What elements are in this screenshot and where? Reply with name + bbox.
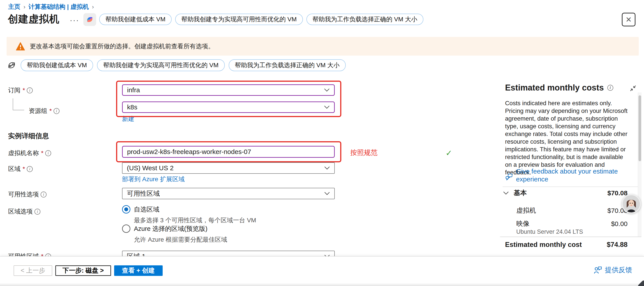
resource-group-value: k8s (127, 103, 138, 111)
suggest-low-cost-vm-button[interactable]: 帮助我创建低成本 VM (21, 59, 93, 71)
suggest-high-availability-vm-button[interactable]: 帮助我创建专为实现高可用性而优化的 VM (97, 59, 225, 71)
cost-panel-title: Estimated monthly costs i (505, 83, 613, 93)
breadcrumb-separator: › (92, 4, 94, 10)
footer-bar: < 上一步 下一步: 磁盘 > 查看 + 创建 提供反馈 (0, 256, 644, 286)
warning-banner: 更改基本选项可能会重置所做的选择。创建虚拟机前查看所有选项。 (6, 37, 639, 56)
radio-azure-unselected[interactable] (122, 224, 130, 233)
breadcrumb: 主页 › 计算基础结构 | 虚拟机 › (8, 3, 94, 11)
subscription-label: 订阅* i (8, 86, 33, 94)
review-create-button[interactable]: 查看 + 创建 (114, 265, 163, 276)
info-icon[interactable]: i (54, 108, 60, 114)
copilot-outline-icon (6, 60, 17, 70)
suggest-right-size-vm-button[interactable]: 帮助我为工作负载选择正确的 VM 大小 (229, 59, 346, 71)
radio-self-desc: 最多选择 3 个可用性区域，每个区域一台 VM (134, 216, 256, 224)
resource-group-dropdown[interactable]: k8s (122, 102, 335, 113)
vm-name-label: 虚拟机名称* i (8, 149, 51, 157)
copilot-button[interactable] (84, 13, 96, 26)
close-button[interactable]: ✕ (622, 13, 636, 26)
next-step-disks-button[interactable]: 下一步: 磁盘 > (55, 265, 111, 276)
subscription-dropdown[interactable]: infra (122, 84, 335, 96)
deploy-extended-zones-link[interactable]: 部署到 Azure 扩展区域 (122, 175, 184, 183)
radio-self-label: 自选区域 (134, 205, 256, 214)
breadcrumb-section-link[interactable]: 计算基础结构 | 虚拟机 (28, 3, 89, 11)
more-actions-ellipsis[interactable]: ··· (70, 16, 79, 24)
region-value: (US) West US 2 (127, 164, 174, 172)
region-label: 区域* i (8, 165, 33, 173)
cost-group-basic: 基本 $70.08 (503, 188, 628, 197)
panel-scrollbar-thumb[interactable] (638, 95, 641, 161)
radio-azure-desc: 允许 Azure 根据需要分配最佳区域 (134, 235, 227, 244)
give-feedback-link[interactable]: 提供反馈 (594, 265, 632, 274)
availability-options-value: 可用性区域 (127, 189, 160, 198)
radio-azure-label: Azure 选择的区域(预览版) (134, 224, 227, 233)
info-icon[interactable]: i (45, 150, 51, 156)
info-icon[interactable]: i (27, 166, 33, 172)
cost-disclaimer: Costs indicated here are estimates only.… (505, 99, 630, 176)
chevron-down-icon (324, 192, 330, 195)
availability-options-dropdown[interactable]: 可用性区域 (122, 188, 335, 199)
estimate-feedback-link[interactable]: Give feedback about your estimate experi… (505, 167, 628, 183)
chevron-down-icon (324, 105, 330, 109)
cost-total-divider (500, 236, 641, 237)
availability-options-label: 可用性选项 i (8, 190, 46, 199)
chevron-down-icon (324, 88, 330, 92)
resource-group-connector (13, 98, 13, 110)
copilot-icon (85, 15, 94, 24)
suggest-low-cost-vm-button[interactable]: 帮助我创建低成本 VM (99, 14, 172, 25)
info-icon[interactable]: i (34, 209, 40, 215)
zone-option-azure: Azure 选择的区域(预览版) 允许 Azure 根据需要分配最佳区域 (122, 224, 227, 244)
warning-icon (16, 42, 25, 51)
previous-step-button[interactable]: < 上一步 (14, 265, 52, 276)
vm-name-input[interactable] (122, 146, 335, 158)
info-icon[interactable]: i (27, 87, 33, 93)
cost-row-vm: 虚拟机 $70.08 (516, 206, 628, 215)
cost-divider (503, 186, 638, 187)
cost-row-image-sub: Ubuntu Server 24.04 LTS (516, 228, 583, 235)
close-icon: ✕ (626, 16, 632, 23)
chevron-down-icon (324, 166, 330, 170)
page-title: 创建虚拟机 (8, 12, 60, 26)
create-new-resource-group-link[interactable]: 新建 (122, 115, 134, 123)
feedback-person-icon (594, 266, 602, 274)
subscription-value: infra (127, 86, 140, 94)
resource-group-label: 资源组* i (29, 107, 60, 115)
page-bottom-shadow (0, 283, 644, 286)
info-icon[interactable]: i (40, 192, 46, 197)
suggest-right-size-vm-button[interactable]: 帮助我为工作负载选择正确的 VM 大小 (306, 14, 424, 25)
radio-self-selected[interactable] (122, 205, 130, 213)
cost-total-row: Estimated monthly cost $74.88 (505, 241, 628, 249)
resource-group-connector (13, 110, 24, 110)
copilot-suggestions-top: 帮助我创建低成本 VM 帮助我创建专为实现高可用性而优化的 VM 帮助我为工作负… (99, 14, 424, 25)
suggest-high-availability-vm-button[interactable]: 帮助我创建专为实现高可用性而优化的 VM (175, 14, 303, 25)
zone-options-label: 区域选项 i (8, 207, 40, 216)
collapse-panel-icon[interactable] (629, 84, 637, 92)
instance-details-heading: 实例详细信息 (8, 131, 49, 141)
breadcrumb-separator: › (24, 4, 26, 10)
assistant-avatar[interactable] (622, 194, 641, 213)
valid-check-icon: ✓ (446, 148, 452, 158)
zone-option-self: 自选区域 最多选择 3 个可用性区域，每个区域一台 VM (122, 205, 256, 224)
breadcrumb-home-link[interactable]: 主页 (8, 3, 20, 11)
feedback-bubbles-icon (505, 173, 514, 183)
region-dropdown[interactable]: (US) West US 2 (122, 162, 335, 174)
copilot-suggestions-inline: 帮助我创建低成本 VM 帮助我创建专为实现高可用性而优化的 VM 帮助我为工作负… (6, 59, 346, 71)
chevron-expand-icon[interactable] (503, 191, 509, 195)
warning-text: 更改基本选项可能会重置所做的选择。创建虚拟机前查看所有选项。 (30, 42, 214, 51)
annotation-note: 按照规范 (350, 148, 378, 157)
info-icon[interactable]: i (607, 85, 613, 91)
cost-row-image: 映像 $0.00 (516, 219, 628, 228)
